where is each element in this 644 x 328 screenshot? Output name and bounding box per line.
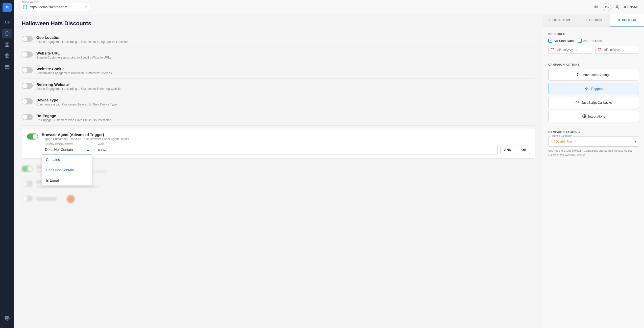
website-url-desc: Engage Customers according to Specific W… <box>36 56 111 59</box>
tab-header: 1. OBJECTIVE 2. DESIGN 3. PUBLISH <box>543 14 644 26</box>
integrations-button[interactable]: Integrations <box>548 111 639 122</box>
advanced-settings-label: Advanced Settings <box>583 73 610 77</box>
tag-wrap[interactable]: Tag the Campaign #Quarter Four ✕ ▾ <box>548 136 639 147</box>
sliders-icon <box>577 72 581 77</box>
geo-title: Geo Location <box>36 35 128 40</box>
globe-icon: 🌐 <box>22 5 28 9</box>
toggle-referring[interactable] <box>22 83 33 89</box>
tag-chevron-icon: ▾ <box>634 140 636 144</box>
integrations-icon <box>582 114 586 119</box>
tab-publish[interactable]: 3. PUBLISH <box>610 14 644 26</box>
no-end-date-wrap: ✓ No End Date <box>578 39 602 43</box>
svg-rect-3 <box>5 45 7 47</box>
dropdown-item-is-equal[interactable]: Is Equal <box>42 175 92 185</box>
matching-strategy-select[interactable]: Does Not Contain ▴ <box>42 145 92 154</box>
end-date-input[interactable] <box>595 46 639 54</box>
tag-remove-icon[interactable]: ✕ <box>574 140 576 143</box>
matching-row: Select Matching Strategy Does Not Contai… <box>42 145 530 154</box>
toggle-reengage[interactable] <box>22 114 33 120</box>
referring-desc: Scope Engagement according to Customers'… <box>36 87 121 91</box>
campaign-actions-heading: CAMPAIGN ACTIONS <box>548 63 639 66</box>
or-button[interactable]: OR <box>518 146 530 154</box>
page-title: Halloween Hats Discounts <box>22 20 535 27</box>
triggers-button[interactable]: Triggers <box>548 83 639 94</box>
no-start-date-checkbox[interactable]: ✓ <box>548 39 552 43</box>
trigger-icon <box>585 86 589 91</box>
sidebar-icon-grid[interactable] <box>2 40 12 49</box>
tagging-description: Use Tags to Group Relevant Campaigns and… <box>548 149 639 157</box>
and-button[interactable]: AND <box>500 146 515 154</box>
blurred-row-2 <box>22 177 535 192</box>
toggle-cookie[interactable] <box>22 67 33 73</box>
start-date-wrap: 📅 <box>548 46 592 54</box>
js-callbacks-button[interactable]: JavaScript Callbacks <box>548 97 639 108</box>
full-name-label: FULL NAME <box>621 5 639 9</box>
browser-agent-desc: Engage Customers Based on Their Browser'… <box>42 137 129 141</box>
sidebar-icon-ab[interactable]: A/B <box>2 18 12 27</box>
topbar: Select Website 🌐 https://demo.fluentos.c… <box>14 0 644 14</box>
main-wrapper: Select Website 🌐 https://demo.fluentos.c… <box>14 0 644 328</box>
targeting-row-cookie: Website Cookie Personalize Engagement Ba… <box>22 63 535 79</box>
integrations-label: Integrations <box>588 115 605 118</box>
dropdown-item-contains[interactable]: Contains <box>42 155 92 165</box>
triggers-label: Triggers <box>591 87 603 91</box>
no-start-date-label: No Start Date <box>554 39 574 43</box>
tab-objective[interactable]: 1. OBJECTIVE <box>543 14 577 26</box>
avatar: 1% <box>603 3 611 11</box>
calendar-icon-end: 📅 <box>597 48 602 52</box>
targeting-row-device: Device Type Communicate with Customers T… <box>22 94 535 110</box>
tab-design[interactable]: 2. DESIGN <box>577 14 610 26</box>
logo: FI <box>3 3 12 12</box>
no-start-date-wrap: ✓ No Start Date <box>548 39 574 43</box>
user-menu[interactable]: FULL NAME <box>615 5 639 9</box>
value-label: Value <box>97 143 105 145</box>
blurred-row-3 <box>22 192 535 207</box>
chevron-down-icon: ▾ <box>85 5 87 9</box>
no-end-date-label: No End Date <box>583 39 602 43</box>
device-title: Device Type <box>36 98 117 102</box>
campaign-tagging-heading: CAMPAIGN TAGGING <box>548 130 639 133</box>
toggle-website-url[interactable] <box>22 51 33 58</box>
toggle-blurred-2 <box>22 181 33 187</box>
toggle-device[interactable] <box>22 98 33 104</box>
schedule-checkboxes: ✓ No Start Date ✓ No End Date <box>548 39 639 43</box>
advanced-settings-button[interactable]: Advanced Settings <box>548 69 639 80</box>
blurred-row-1 <box>22 162 535 177</box>
matching-strategy-label: Select Matching Strategy <box>44 143 74 145</box>
sidebar-icon-settings[interactable] <box>2 313 12 323</box>
browser-agent-section: Browser Agent (Advanced Trigger) Engage … <box>22 128 535 159</box>
targeting-row-geo: Geo Location Scope Engagement according … <box>22 32 535 47</box>
cookie-desc: Personalize Engagement Based on Customer… <box>36 71 112 75</box>
svg-marker-20 <box>585 87 588 90</box>
dropdown-item-does-not-contain[interactable]: Does Not Contain <box>42 165 92 175</box>
start-date-input[interactable] <box>548 46 592 54</box>
sidebar: FI A/B <box>0 0 14 328</box>
toggle-geo[interactable] <box>22 36 33 42</box>
website-selector[interactable]: Select Website 🌐 https://demo.fluentos.c… <box>19 3 90 11</box>
website-url-title: Website URL <box>36 51 111 55</box>
reengage-title: Re-Engage <box>36 114 111 118</box>
value-input[interactable] <box>95 145 498 154</box>
svg-rect-4 <box>8 45 9 47</box>
separator-2 <box>548 126 639 126</box>
right-content: SCHEDULE ✓ No Start Date ✓ No End Date 📅 <box>543 26 644 328</box>
no-end-date-checkbox[interactable]: ✓ <box>578 39 582 43</box>
targeting-row-referring: Referring Website Scope Engagement accor… <box>22 79 535 94</box>
calendar-icon-start: 📅 <box>550 48 555 52</box>
separator-1 <box>548 59 639 59</box>
reengage-desc: Re-Engage Customers Who Have Previously … <box>36 118 111 122</box>
matching-strategy-wrap: Select Matching Strategy Does Not Contai… <box>42 145 92 154</box>
browser-agent-title: Browser Agent (Advanced Trigger) <box>42 132 129 137</box>
mail-icon[interactable]: ✉ <box>594 4 599 10</box>
matching-strategy-dropdown: Contains Does Not Contain Is Equal <box>42 154 92 186</box>
sidebar-icon-analytics[interactable] <box>2 29 12 38</box>
targeting-row-website-url: Website URL Engage Customers according t… <box>22 47 535 63</box>
schedule-heading: SCHEDULE <box>548 33 639 36</box>
svg-point-10 <box>616 6 618 7</box>
value-wrap: Value <box>95 145 498 154</box>
svg-rect-2 <box>8 43 9 44</box>
user-icon <box>615 5 619 9</box>
sidebar-icon-card[interactable] <box>2 62 12 72</box>
toggle-browser-agent[interactable] <box>27 133 38 140</box>
sidebar-icon-globe[interactable] <box>2 51 12 61</box>
